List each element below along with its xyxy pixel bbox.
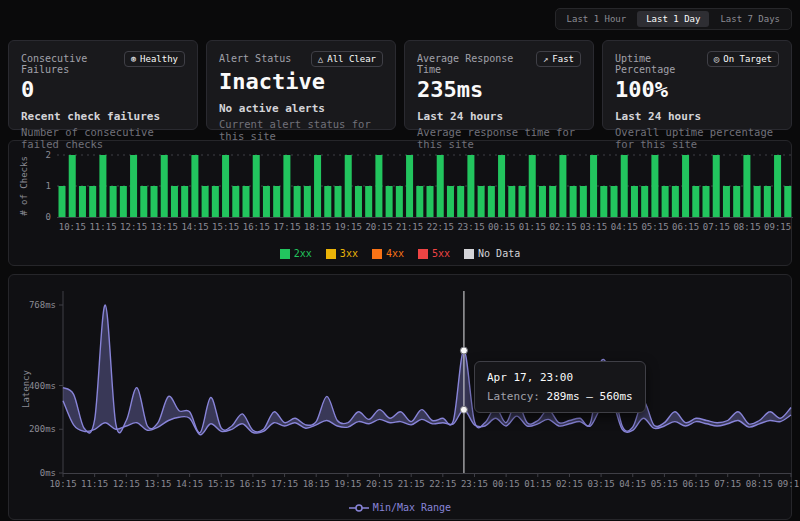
bar-2xx[interactable]: [355, 186, 362, 217]
time-range-button[interactable]: Last 7 Days: [711, 11, 789, 27]
bar-2xx[interactable]: [682, 155, 689, 217]
bar-2xx[interactable]: [498, 155, 505, 217]
bar-2xx[interactable]: [99, 155, 106, 217]
bar-2xx[interactable]: [263, 186, 270, 217]
bar-2xx[interactable]: [161, 155, 168, 217]
x-tick-label: 15:15: [208, 479, 235, 489]
bar-2xx[interactable]: [304, 186, 311, 217]
bar-2xx[interactable]: [324, 186, 331, 217]
bar-2xx[interactable]: [59, 186, 66, 217]
bar-2xx[interactable]: [590, 155, 597, 217]
bar-2xx[interactable]: [120, 186, 127, 217]
x-tick-label: 23:15: [461, 479, 488, 489]
bar-2xx[interactable]: [130, 155, 137, 217]
legend-item-5xx[interactable]: 5xx: [418, 248, 450, 259]
bar-2xx[interactable]: [89, 186, 96, 217]
legend-item-4xx[interactable]: 4xx: [372, 248, 404, 259]
bar-2xx[interactable]: [559, 155, 566, 217]
time-range-button[interactable]: Last 1 Day: [637, 11, 709, 27]
bar-2xx[interactable]: [335, 186, 342, 217]
bar-2xx[interactable]: [549, 186, 556, 217]
y-axis-title: Latency: [21, 369, 31, 408]
bar-2xx[interactable]: [386, 186, 393, 217]
bar-2xx[interactable]: [416, 186, 423, 217]
bar-2xx[interactable]: [662, 186, 669, 217]
bar-2xx[interactable]: [611, 186, 618, 217]
bar-2xx[interactable]: [713, 155, 720, 217]
y-axis-title: # of Checks: [19, 156, 29, 216]
legend-item-no-data[interactable]: No Data: [464, 248, 520, 259]
bar-2xx[interactable]: [672, 186, 679, 217]
legend-label: No Data: [478, 248, 520, 259]
legend-label: 4xx: [386, 248, 404, 259]
bar-2xx[interactable]: [764, 186, 771, 217]
bar-2xx[interactable]: [294, 186, 301, 217]
bar-2xx[interactable]: [406, 155, 413, 217]
legend-label: 5xx: [432, 248, 450, 259]
time-range-button[interactable]: Last 1 Hour: [558, 11, 636, 27]
bar-2xx[interactable]: [447, 186, 454, 217]
bar-2xx[interactable]: [723, 186, 730, 217]
bar-2xx[interactable]: [110, 186, 117, 217]
bar-2xx[interactable]: [467, 155, 474, 217]
bar-2xx[interactable]: [151, 186, 158, 217]
bar-2xx[interactable]: [743, 155, 750, 217]
x-tick-label: 01:15: [524, 479, 551, 489]
checks-bar-chart[interactable]: 012# of Checks10:1511:1512:1513:1514:151…: [17, 147, 783, 247]
card-value: 0: [21, 78, 185, 102]
bar-2xx[interactable]: [733, 186, 740, 217]
bar-2xx[interactable]: [365, 186, 372, 217]
bar-2xx[interactable]: [692, 186, 699, 217]
bar-2xx[interactable]: [519, 186, 526, 217]
bar-2xx[interactable]: [375, 155, 382, 217]
bar-2xx[interactable]: [539, 186, 546, 217]
bar-2xx[interactable]: [478, 186, 485, 217]
bar-2xx[interactable]: [222, 155, 229, 217]
bar-2xx[interactable]: [703, 186, 710, 217]
x-tick-label: 22:15: [427, 222, 454, 232]
bar-2xx[interactable]: [283, 155, 290, 217]
latency-line-chart[interactable]: 0ms200ms400ms768msLatency10:1511:1512:15…: [17, 281, 783, 501]
bar-2xx[interactable]: [754, 186, 761, 217]
bar-2xx[interactable]: [243, 186, 250, 217]
stat-card: Uptime Percentage ◎ On Target 100% Last …: [602, 40, 792, 130]
bar-2xx[interactable]: [631, 186, 638, 217]
bar-2xx[interactable]: [181, 186, 188, 217]
x-tick-label: 02:15: [549, 222, 576, 232]
bar-2xx[interactable]: [232, 186, 239, 217]
bar-2xx[interactable]: [79, 186, 86, 217]
y-tick-label: 0ms: [40, 468, 56, 478]
bar-2xx[interactable]: [570, 186, 577, 217]
bar-2xx[interactable]: [457, 186, 464, 217]
bar-2xx[interactable]: [140, 186, 147, 217]
bar-2xx[interactable]: [651, 155, 658, 217]
bar-2xx[interactable]: [437, 155, 444, 217]
bar-2xx[interactable]: [600, 186, 607, 217]
bar-2xx[interactable]: [427, 186, 434, 217]
bar-2xx[interactable]: [784, 186, 791, 217]
bar-2xx[interactable]: [202, 186, 209, 217]
bar-2xx[interactable]: [314, 155, 321, 217]
legend-item-minmax[interactable]: Min/Max Range: [349, 502, 451, 513]
bar-2xx[interactable]: [191, 155, 198, 217]
bar-2xx[interactable]: [253, 155, 260, 217]
bar-2xx[interactable]: [396, 186, 403, 217]
bar-2xx[interactable]: [69, 155, 76, 217]
x-tick-label: 20:15: [366, 479, 393, 489]
bar-2xx[interactable]: [529, 155, 536, 217]
bar-2xx[interactable]: [580, 186, 587, 217]
x-tick-label: 16:15: [243, 222, 270, 232]
legend-item-3xx[interactable]: 3xx: [326, 248, 358, 259]
bar-2xx[interactable]: [273, 186, 280, 217]
bar-2xx[interactable]: [508, 186, 515, 217]
x-tick-label: 22:15: [429, 479, 456, 489]
bar-2xx[interactable]: [488, 186, 495, 217]
bar-2xx[interactable]: [212, 186, 219, 217]
tooltip-latency-range: Latency: 289ms – 560ms: [487, 390, 633, 403]
bar-2xx[interactable]: [774, 155, 781, 217]
bar-2xx[interactable]: [621, 155, 628, 217]
bar-2xx[interactable]: [171, 186, 178, 217]
bar-2xx[interactable]: [345, 155, 352, 217]
bar-2xx[interactable]: [641, 186, 648, 217]
legend-item-2xx[interactable]: 2xx: [280, 248, 312, 259]
